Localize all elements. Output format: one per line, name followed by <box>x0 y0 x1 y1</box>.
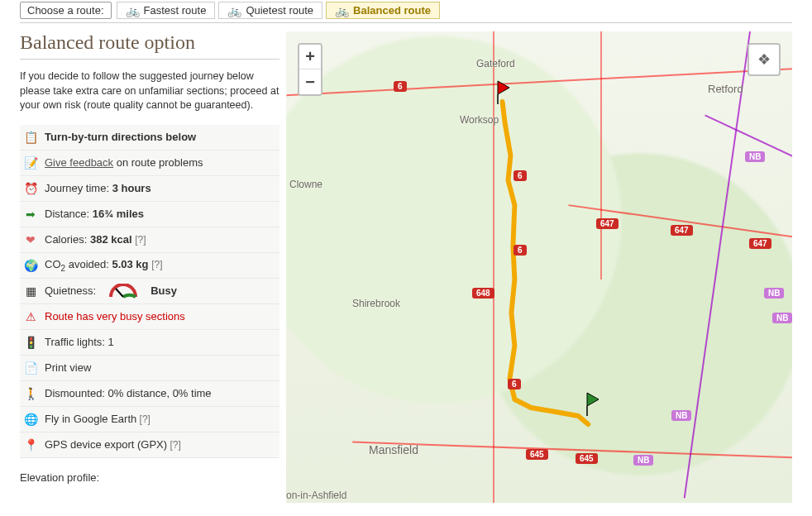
zoom-control: + − <box>298 43 322 96</box>
list-icon: 📋 <box>23 130 38 145</box>
row-text: Turn-by-turn directions below <box>45 131 196 143</box>
feedback-link[interactable]: Give feedback <box>45 156 113 169</box>
label: Fly in Google Earth <box>45 413 136 425</box>
label: Journey time: <box>45 182 112 194</box>
arrow-icon: ➡ <box>23 207 38 222</box>
route-polyline <box>286 31 792 503</box>
town-label: Clowne <box>289 179 322 190</box>
clock-icon: ⏰ <box>23 181 38 196</box>
value: 5.03 kg <box>112 258 148 270</box>
earth-icon: 🌐 <box>23 412 38 427</box>
layers-icon: ❖ <box>757 50 771 69</box>
label-a: CO <box>45 258 61 270</box>
route-tabs: Choose a route: 🚲 Fastest route 🚲 Quiete… <box>20 0 792 23</box>
route-shield: 647 <box>596 218 619 229</box>
label: Traffic lights: <box>45 336 108 348</box>
row-quietness: ▦ Quietness: Busy <box>20 279 279 304</box>
route-shield: NB <box>764 288 784 299</box>
pdf-icon: 📄 <box>23 361 38 375</box>
route-shield: 645 <box>576 453 598 464</box>
chart-icon: ▦ <box>23 284 38 299</box>
value: 1 <box>108 336 114 348</box>
town-label: Gateford <box>476 58 515 69</box>
layers-button[interactable]: ❖ <box>748 43 781 76</box>
label: Calories: <box>45 233 90 246</box>
row-journey-time: ⏰ Journey time: 3 hours <box>20 176 279 202</box>
value: Busy <box>150 284 177 297</box>
tab-quietest[interactable]: 🚲 Quietest route <box>218 2 322 19</box>
label: Print view <box>45 361 91 374</box>
route-shield: 6 <box>394 81 407 92</box>
row-co2: 🌍 CO2 avoided: 5.03 kg [?] <box>20 253 279 279</box>
row-directions[interactable]: 📋 Turn-by-turn directions below <box>20 125 279 150</box>
route-shield: 645 <box>526 449 548 460</box>
warning-text: Route has very busy sections <box>45 310 185 322</box>
tab-balanced[interactable]: 🚲 Balanced route <box>326 2 440 19</box>
help-link[interactable]: [?] <box>167 439 181 451</box>
route-shield: NB <box>633 455 653 466</box>
route-shield: NB <box>745 151 765 162</box>
svg-line-0 <box>116 289 123 297</box>
label: Distance: <box>45 208 93 220</box>
label: Quietness: <box>45 284 96 297</box>
value: 3 hours <box>112 182 151 194</box>
route-info-list: 📋 Turn-by-turn directions below 📝 Give f… <box>20 125 279 458</box>
row-dismounted: 🚶 Dismounted: 0% distance, 0% time <box>20 381 279 407</box>
help-link[interactable]: [?] <box>136 413 150 425</box>
tab-label: Balanced route <box>353 4 431 17</box>
traffic-light-icon: 🚦 <box>23 335 38 350</box>
value: 16¾ miles <box>93 208 144 220</box>
quietness-gauge-icon <box>109 284 137 299</box>
edit-icon: 📝 <box>23 155 38 170</box>
route-shield: 647 <box>749 238 771 249</box>
elevation-label: Elevation profile: <box>20 471 279 484</box>
town-label: on-in-Ashfield <box>286 490 346 501</box>
route-shield: NB <box>671 410 691 421</box>
heart-icon: ❤ <box>23 232 38 247</box>
label: Dismounted: 0% distance, 0% time <box>45 387 212 399</box>
help-link[interactable]: [?] <box>135 234 146 246</box>
bike-icon: 🚲 <box>126 5 140 17</box>
bike-icon: 🚲 <box>335 5 349 17</box>
label: GPS device export (GPX) <box>45 438 167 451</box>
bike-icon: 🚲 <box>227 5 241 17</box>
row-distance: ➡ Distance: 16¾ miles <box>20 202 279 227</box>
route-shield: 647 <box>671 225 693 236</box>
row-print[interactable]: 📄 Print view <box>20 356 279 381</box>
tab-fastest[interactable]: 🚲 Fastest route <box>117 2 216 19</box>
sidebar: Balanced route option If you decide to f… <box>20 31 279 503</box>
help-link[interactable]: [?] <box>151 259 162 270</box>
walk-icon: 🚶 <box>23 386 38 401</box>
town-label: Mansfield <box>369 443 418 456</box>
row-calories: ❤ Calories: 382 kcal [?] <box>20 227 279 253</box>
intro-text: If you decide to follow the suggested jo… <box>20 69 279 113</box>
town-label: Worksop <box>460 114 499 126</box>
tab-label: Fastest route <box>144 4 207 17</box>
row-traffic-lights: 🚦 Traffic lights: 1 <box>20 330 279 356</box>
route-shield: 6 <box>508 379 521 389</box>
warning-icon: ⚠ <box>23 309 38 324</box>
route-shield: NB <box>772 313 792 323</box>
map[interactable]: Gateford Worksop Retford Clowne Shirebro… <box>286 31 792 503</box>
row-feedback[interactable]: 📝 Give feedback on route problems <box>20 150 279 176</box>
route-shield: 6 <box>513 170 527 181</box>
row-gpx[interactable]: 📍 GPS device export (GPX) [?] <box>20 432 279 458</box>
row-busy-warning: ⚠ Route has very busy sections <box>20 304 279 330</box>
town-label: Shirebrook <box>352 298 400 309</box>
page-title: Balanced route option <box>20 31 279 60</box>
zoom-in-button[interactable]: + <box>299 45 321 69</box>
value: 382 kcal <box>90 233 132 246</box>
route-shield: 6 <box>513 245 527 256</box>
end-flag-icon <box>584 391 604 416</box>
tab-label: Quietest route <box>246 4 313 17</box>
globe-icon: 🌍 <box>23 258 38 273</box>
zoom-out-button[interactable]: − <box>299 69 321 94</box>
gps-icon: 📍 <box>23 437 38 452</box>
start-flag-icon <box>494 79 514 104</box>
row-google-earth[interactable]: 🌐 Fly in Google Earth [?] <box>20 407 279 432</box>
feedback-suffix: on route problems <box>113 156 203 169</box>
route-tabs-label: Choose a route: <box>20 2 112 19</box>
label-b: avoided: <box>65 258 112 270</box>
town-label: Retford <box>708 83 743 95</box>
route-shield: 648 <box>472 288 494 299</box>
